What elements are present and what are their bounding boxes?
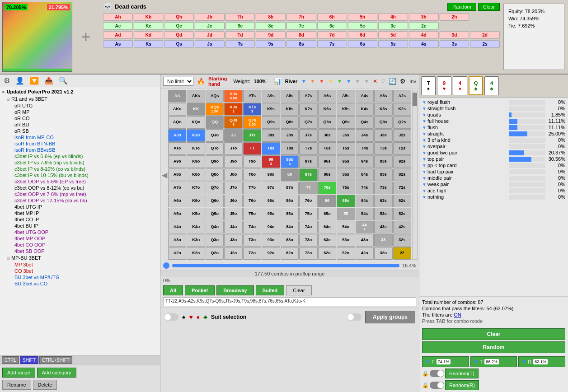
card-Kd[interactable]: Kd xyxy=(134,31,164,39)
sidebar-item-isor-mp-co[interactable]: isoR from MP-CO xyxy=(0,134,160,140)
diamond-suit-icon[interactable]: ♦ xyxy=(197,313,200,321)
hand-cell-87s[interactable]: 87s xyxy=(299,168,317,181)
hand-cell-Q7o[interactable]: Q7o xyxy=(206,182,224,194)
hand-cell-AQo[interactable]: AQo xyxy=(168,116,186,129)
clear-button-top[interactable]: Clear xyxy=(478,3,500,11)
range-slider-track[interactable] xyxy=(172,264,399,267)
card-As[interactable]: As xyxy=(103,40,133,48)
hand-cell-J5o[interactable]: J5o xyxy=(224,208,242,220)
card-2h[interactable]: 2h xyxy=(440,13,469,21)
hand-cell-J9o[interactable]: J9o xyxy=(224,155,242,168)
random-r-button[interactable]: Random(R) xyxy=(445,380,479,390)
random-button-top[interactable]: Random xyxy=(447,3,476,11)
hand-cell-K3o[interactable]: K3o xyxy=(187,234,205,247)
hand-cell-53s[interactable]: 53s xyxy=(374,208,392,220)
filter-triangle-4[interactable]: ▼ xyxy=(328,78,333,84)
card-8d[interactable]: 8d xyxy=(286,31,316,39)
settings-icon[interactable]: ⚙ xyxy=(4,76,10,85)
hand-cell-AKo[interactable]: AKo xyxy=(168,103,186,116)
card-9c[interactable]: 9c xyxy=(225,22,255,30)
hand-cell-72o[interactable]: 72o xyxy=(299,247,317,260)
hand-cell-K8s[interactable]: K8s xyxy=(281,103,299,116)
card-Jc[interactable]: Jc xyxy=(195,22,225,30)
hand-cell-97o[interactable]: 97o xyxy=(262,182,280,194)
hand-cell-T2o[interactable]: T2o xyxy=(243,247,261,260)
sidebar-item-or-bu[interactable]: oR BU xyxy=(0,121,160,128)
sidebar-item-bu-3bet-co[interactable]: BU 3bet vs CO xyxy=(0,280,160,287)
hand-cell-98o[interactable]: 98o xyxy=(262,168,280,181)
range-thumbnail[interactable]: 78.205% 21.795% xyxy=(2,2,72,72)
shift-button[interactable]: SHIFT xyxy=(20,356,38,364)
apply-groups-toggle[interactable] xyxy=(347,313,361,321)
suit-selection-toggle[interactable] xyxy=(164,313,178,321)
card-6d[interactable]: 6d xyxy=(348,31,378,39)
hand-cell-KQo[interactable]: KQo xyxy=(187,116,205,129)
hand-cell-JTo[interactable]: JTo xyxy=(224,142,242,155)
hand-cell-A4s[interactable]: A4s xyxy=(356,90,374,103)
card-6c[interactable]: 6c xyxy=(317,22,347,30)
sidebar-item-4bet-mp-oop[interactable]: 4bet MP OOP xyxy=(0,235,160,242)
sidebar-item-c3bet-oop-5-6[interactable]: c3bet OOP vs 5-6% (EP vs free) xyxy=(0,178,160,185)
hand-cell-Q6s[interactable]: Q6s xyxy=(318,116,336,129)
hand-cell-Q9o[interactable]: Q9o xyxy=(206,155,224,168)
hand-cell-65o[interactable]: 65o xyxy=(318,208,336,220)
hand-cell-QTo[interactable]: QTo xyxy=(206,142,224,155)
board-card-4-diamond[interactable]: 4♦ xyxy=(453,76,467,95)
card-Ts[interactable]: Ts xyxy=(225,40,255,48)
random-t-button[interactable]: Random(T) xyxy=(445,369,479,378)
hand-cell-32s[interactable]: 32s xyxy=(393,234,411,247)
refresh-icon[interactable]: 🔄 xyxy=(389,78,396,85)
hand-cell-43o[interactable]: 43o xyxy=(356,234,374,247)
hand-cell-62o[interactable]: 62o xyxy=(318,247,336,260)
hand-cell-A7o[interactable]: A7o xyxy=(168,182,186,194)
filter-triangle-7[interactable]: ▼ xyxy=(355,78,361,84)
hand-cell-A3o[interactable]: A3o xyxy=(168,234,186,247)
hand-cell-72s[interactable]: 72s xyxy=(393,182,411,194)
filter-all-button[interactable]: All xyxy=(163,285,183,295)
hand-cell-ATo[interactable]: ATo xyxy=(168,142,186,155)
hand-cell-T5s[interactable]: T5s xyxy=(337,142,355,155)
export-icon[interactable]: 📤 xyxy=(44,76,53,85)
sidebar-item-c3bet-ip-5-6[interactable]: c3bet IP vs 5-6% (ep vs blinds) xyxy=(0,153,160,159)
hand-cell-J2o[interactable]: J2o xyxy=(224,247,242,260)
hand-cell-A9o[interactable]: A9o xyxy=(168,155,186,168)
hand-cell-K5s[interactable]: K5s xyxy=(337,103,355,116)
hand-cell-42o[interactable]: 42o xyxy=(356,247,374,260)
hand-cell-K7o[interactable]: K7o xyxy=(187,182,205,194)
sidebar-item-or-co[interactable]: oR CO xyxy=(0,115,160,121)
equity-t-button[interactable]: ▼ T 66.2% xyxy=(470,356,517,367)
card-5c[interactable]: 5c xyxy=(348,22,378,30)
hand-cell-J2s[interactable]: J2s xyxy=(393,129,411,142)
card-5h[interactable]: 5h xyxy=(348,13,378,21)
limit-select[interactable]: No limit xyxy=(163,77,193,86)
hand-cell-76s[interactable]: 76s xyxy=(318,182,336,194)
hand-cell-92s[interactable]: 92s xyxy=(393,155,411,168)
card-5s[interactable]: 5s xyxy=(378,40,408,48)
hand-cell-J6s[interactable]: J6s xyxy=(318,129,336,142)
hand-cell-22[interactable]: 22 xyxy=(393,247,411,260)
card-Th[interactable]: Th xyxy=(225,13,255,21)
hand-cell-Q6o[interactable]: Q6o xyxy=(206,195,224,207)
card-Kh[interactable]: Kh xyxy=(134,13,164,21)
hand-cell-J8o[interactable]: J8o xyxy=(224,168,242,181)
hand-cell-QQ[interactable]: QQ xyxy=(206,116,224,129)
hand-cell-63s[interactable]: 63s xyxy=(374,195,392,207)
hand-cell-A9s[interactable]: A9s xyxy=(262,90,280,103)
hand-cell-K3s[interactable]: K3s xyxy=(374,103,392,116)
hand-cell-T7o[interactable]: T7o xyxy=(243,182,261,194)
heart-suit-icon[interactable]: ♥ xyxy=(189,313,192,321)
range-slider-dot[interactable] xyxy=(163,262,169,269)
hand-cell-Q3o[interactable]: Q3o xyxy=(206,234,224,247)
hand-cell-A2o[interactable]: A2o xyxy=(168,247,186,260)
card-5d[interactable]: 5d xyxy=(378,31,408,39)
hand-cell-98s[interactable]: 98s3 xyxy=(281,155,299,168)
add-category-button[interactable]: Add category xyxy=(37,368,76,378)
sidebar-item-or-utg[interactable]: oR UTG xyxy=(0,103,160,109)
hand-cell-84s[interactable]: 84s xyxy=(356,168,374,181)
hand-cell-J7o[interactable]: J7o xyxy=(224,182,242,194)
apply-groups-button[interactable]: Apply groups xyxy=(365,311,415,323)
user-icon[interactable]: 👤 xyxy=(15,76,24,85)
hand-cell-74s[interactable]: 74s xyxy=(356,182,374,194)
grid-left-arrow[interactable]: ◀ xyxy=(162,90,168,260)
sidebar-item-4bet-bu-ip[interactable]: 4bet BU IP xyxy=(0,223,160,229)
